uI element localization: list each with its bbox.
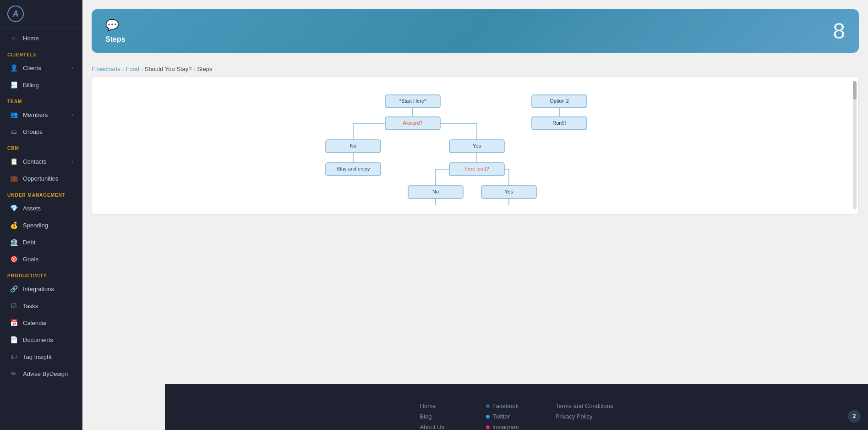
tasks-icon: ☑ [9, 301, 18, 310]
header-card-left: 💬 Steps [105, 19, 126, 44]
breadcrumb-sep-1: › [122, 66, 124, 72]
scroll-track [853, 81, 857, 209]
debt-icon: 🏦 [9, 237, 18, 247]
sidebar-home-label: Home [23, 35, 73, 42]
billing-icon: 🧾 [9, 80, 18, 89]
sidebar-item-groups[interactable]: 🗂 Groups [2, 123, 81, 140]
header-card: 💬 Steps 8 [92, 9, 859, 53]
section-label-under-management: UNDER MANAGEMENT [0, 187, 82, 199]
instagram-dot [486, 425, 490, 429]
sidebar: A ⌂ Home CLIENTELE 👤 Clients › 🧾 Billing… [0, 0, 82, 430]
label-awkward: Akward? [403, 120, 423, 126]
opportunities-icon: 💼 [9, 174, 18, 183]
footer-social-col: Facebook Twitter Instagram YouTube [486, 402, 519, 430]
clients-icon: 👤 [9, 63, 18, 72]
flowchart-area: *Start Here* Akward? No Yes Stay and enj… [92, 76, 859, 215]
calendar-icon: 📅 [9, 318, 18, 327]
sidebar-section-productivity: PRODUCTIVITY 🔗 Integrations ☑ Tasks 📅 Ca… [0, 268, 82, 382]
sidebar-section-crm: CRM 📋 Contacts › 💼 Opportunities [0, 140, 82, 187]
sidebar-item-home[interactable]: ⌂ Home [2, 30, 81, 46]
sidebar-item-tag-insight[interactable]: 🏷 Tag Insight [2, 348, 81, 365]
footer-social-facebook[interactable]: Facebook [486, 402, 519, 409]
breadcrumb-food[interactable]: Food [126, 66, 140, 72]
sidebar-item-tasks[interactable]: ☑ Tasks [2, 298, 81, 314]
facebook-dot [486, 404, 490, 408]
footer-link-about[interactable]: About Us [420, 424, 449, 430]
app-logo-icon: A [7, 6, 24, 22]
breadcrumb-shouldyoustay: Should You Stay? [145, 66, 192, 72]
groups-icon: 🗂 [9, 127, 18, 136]
label-no2: No [432, 189, 439, 194]
scroll-thumb[interactable] [853, 81, 857, 99]
footer-content: Home Blog About Us Contact Us Facebook T… [192, 402, 841, 430]
label-run: Run!!! [552, 120, 566, 126]
steps-icon: 💬 [105, 19, 126, 32]
sidebar-item-assets[interactable]: 💎 Assets [2, 200, 81, 216]
footer-links-col: Home Blog About Us Contact Us [420, 402, 449, 430]
sidebar-item-members[interactable]: 👥 Members › [2, 106, 81, 123]
sidebar-item-calendar[interactable]: 📅 Calendar [2, 314, 81, 331]
footer-terms[interactable]: Terms and Conditions [556, 402, 613, 409]
sidebar-item-debt[interactable]: 🏦 Debt [2, 234, 81, 250]
sidebar-section-team: TEAM 👥 Members › 🗂 Groups [0, 94, 82, 140]
section-label-clientele: CLIENTELE [0, 47, 82, 59]
flowchart-wrapper[interactable]: *Start Here* Akward? No Yes Stay and enj… [101, 86, 849, 205]
label-no1: No [350, 143, 356, 149]
spending-icon: 💰 [9, 221, 18, 230]
home-icon: ⌂ [9, 33, 18, 43]
twitter-dot [486, 415, 490, 419]
integrations-icon: 🔗 [9, 284, 18, 293]
breadcrumb-sep-3: › [194, 66, 196, 72]
label-stay: Stay and enjoy [337, 166, 370, 171]
sidebar-item-advise-bydesign[interactable]: ✏ Advise ByDesign [2, 365, 81, 382]
breadcrumb-sep-2: › [141, 66, 143, 72]
breadcrumb-steps: Steps [197, 66, 212, 72]
footer-link-home[interactable]: Home [420, 402, 449, 409]
header-title: Steps [105, 35, 126, 44]
sidebar-section-clientele: CLIENTELE 👤 Clients › 🧾 Billing [0, 47, 82, 94]
label-start: *Start Here* [399, 98, 426, 104]
documents-icon: 📄 [9, 335, 18, 344]
footer-social-twitter[interactable]: Twitter [486, 413, 519, 420]
corner-badge: 2 [848, 410, 861, 423]
section-label-productivity: PRODUCTIVITY [0, 268, 82, 280]
section-label-crm: CRM [0, 140, 82, 153]
sidebar-item-clients[interactable]: 👤 Clients › [2, 60, 81, 76]
footer-legal-col: Terms and Conditions Privacy Policy [556, 402, 613, 430]
breadcrumb: Flowcharts › Food › Should You Stay? › S… [82, 62, 868, 76]
breadcrumb-flowcharts[interactable]: Flowcharts [92, 66, 120, 72]
goals-icon: 🎯 [9, 254, 18, 264]
footer: Home Blog About Us Contact Us Facebook T… [165, 384, 868, 430]
chevron-icon: › [72, 66, 73, 71]
sidebar-section-under-management: UNDER MANAGEMENT 💎 Assets 💰 Spending 🏦 D… [0, 187, 82, 268]
sidebar-item-contacts[interactable]: 📋 Contacts › [2, 153, 81, 170]
sidebar-item-spending[interactable]: 💰 Spending [2, 217, 81, 233]
advise-icon: ✏ [9, 369, 18, 378]
members-icon: 👥 [9, 110, 18, 119]
footer-privacy[interactable]: Privacy Policy [556, 413, 613, 420]
footer-link-blog[interactable]: Blog [420, 413, 449, 420]
section-label-team: TEAM [0, 94, 82, 106]
contacts-icon: 📋 [9, 157, 18, 166]
label-freefood: Free food? [464, 166, 489, 171]
footer-social-instagram[interactable]: Instagram [486, 424, 519, 430]
sidebar-item-integrations[interactable]: 🔗 Integrations [2, 281, 81, 297]
chevron-icon: › [72, 112, 73, 117]
tag-icon: 🏷 [9, 352, 18, 361]
label-yes1: Yes [473, 143, 481, 149]
sidebar-item-opportunities[interactable]: 💼 Opportunities [2, 170, 81, 187]
chevron-icon: › [72, 159, 73, 164]
sidebar-item-goals[interactable]: 🎯 Goals [2, 251, 81, 267]
sidebar-item-documents[interactable]: 📄 Documents [2, 331, 81, 348]
label-option2: Option 2 [550, 98, 569, 104]
flowchart-svg: *Start Here* Akward? No Yes Stay and enj… [101, 86, 605, 205]
sidebar-logo: A [0, 0, 82, 28]
assets-icon: 💎 [9, 204, 18, 213]
sidebar-item-billing[interactable]: 🧾 Billing [2, 77, 81, 93]
header-count: 8 [833, 18, 845, 44]
label-yes2: Yes [505, 189, 513, 194]
